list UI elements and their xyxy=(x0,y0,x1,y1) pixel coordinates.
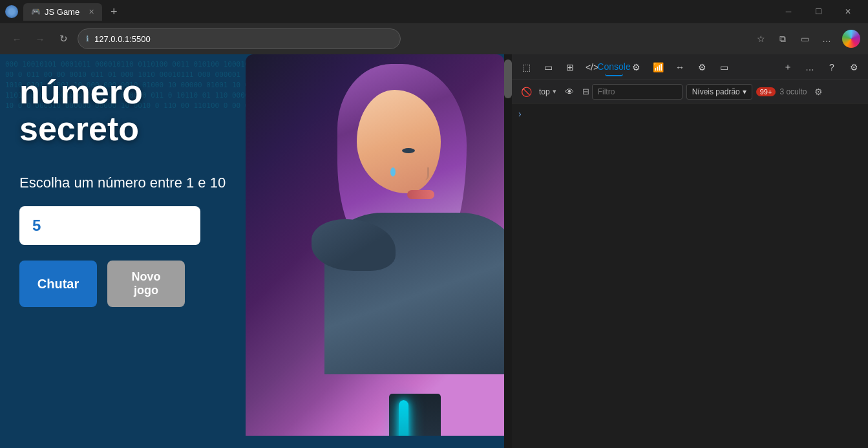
console-prompt-row: › xyxy=(512,103,868,124)
url-text: 127.0.0.1:5500 xyxy=(94,34,392,44)
console-tab-label: Console xyxy=(597,61,630,72)
game-subtitle: Escolha um número entre 1 e 10 xyxy=(19,173,485,193)
armor-detail xyxy=(389,394,441,436)
title-line2: secreto xyxy=(19,111,485,147)
settings-icon[interactable]: … xyxy=(816,28,837,49)
collections-icon[interactable]: ⧉ xyxy=(772,28,793,49)
tab-close-button[interactable]: ✕ xyxy=(89,8,94,16)
close-window-button[interactable]: ✕ xyxy=(833,0,863,23)
forward-button[interactable]: → xyxy=(31,30,49,48)
devtools-arrow-tab[interactable]: ↔ xyxy=(671,58,689,76)
console-chevron[interactable]: › xyxy=(518,109,522,119)
number-input-field[interactable]: 5 xyxy=(19,206,200,245)
devtools-panel: ⬚ ▭ ⊞ </> Console ⚙ 📶 ↔ ⚙ ▭ ＋ … ? ⚙ 🚫 to… xyxy=(512,54,868,448)
reload-button[interactable]: ↻ xyxy=(54,30,72,48)
game-title: número secreto xyxy=(19,74,485,147)
tab-favicon: 🎮 xyxy=(31,7,41,16)
title-bar: 🎮 JS Game ✕ + ─ ☐ ✕ xyxy=(0,0,868,23)
devtools-device-button[interactable]: ▭ xyxy=(539,58,557,76)
back-button[interactable]: ← xyxy=(8,30,26,48)
maximize-button[interactable]: ☐ xyxy=(803,0,833,23)
scrollbar-thumb[interactable] xyxy=(504,59,512,98)
top-selector[interactable]: top ▾ xyxy=(539,87,556,96)
devtools-inspect-button[interactable]: ⬚ xyxy=(517,58,535,76)
devtools-console-bar: 🚫 top ▾ 👁 ⊟ Níveis padrão ▾ 99+ 3 oculto… xyxy=(512,80,868,103)
devtools-toolbar: ⬚ ▭ ⊞ </> Console ⚙ 📶 ↔ ⚙ ▭ ＋ … ? ⚙ xyxy=(512,54,868,80)
console-clear-button[interactable]: 🚫 xyxy=(517,83,535,101)
new-tab-button[interactable]: + xyxy=(105,3,123,21)
browser-toolbar-icons: ☆ ⧉ ▭ … xyxy=(750,28,837,49)
levels-dropdown[interactable]: Níveis padrão ▾ xyxy=(686,84,752,100)
devtools-more-button[interactable]: … xyxy=(801,58,819,76)
console-empty-area xyxy=(512,124,868,448)
url-bar[interactable]: ℹ 127.0.0.1:5500 xyxy=(78,28,401,49)
tab-area: 🎮 JS Game ✕ + xyxy=(23,3,768,21)
browser-icon xyxy=(5,5,18,18)
devtools-gear-tab[interactable]: ⚙ xyxy=(693,58,711,76)
top-label: top xyxy=(539,87,550,96)
favorites-icon[interactable]: ☆ xyxy=(750,28,771,49)
eye-icon-button[interactable]: 👁 xyxy=(560,83,578,101)
devtools-layout-tab[interactable]: ▭ xyxy=(715,58,733,76)
number-value: 5 xyxy=(32,217,41,235)
edge-badge[interactable] xyxy=(842,30,860,48)
window-controls: ─ ☐ ✕ xyxy=(774,0,863,23)
sidebar-icon[interactable]: ▭ xyxy=(794,28,815,49)
devtools-add-tab[interactable]: ＋ xyxy=(779,58,797,76)
devtools-console-tab[interactable]: Console xyxy=(605,58,623,76)
page-scrollbar[interactable] xyxy=(504,54,512,448)
main-area: 000 10010101 0001011 000010110 0110100 0… xyxy=(0,54,868,448)
filter-input[interactable] xyxy=(592,84,683,100)
game-content: número secreto Escolha um número entre 1… xyxy=(0,54,504,326)
levels-label: Níveis padrão xyxy=(692,87,740,96)
filter-area: ⊟ xyxy=(582,84,683,100)
address-bar: ← → ↻ ℹ 127.0.0.1:5500 ☆ ⧉ ▭ … xyxy=(0,23,868,54)
guess-button[interactable]: Chutar xyxy=(19,261,97,307)
devtools-help-button[interactable]: ? xyxy=(823,58,841,76)
hidden-count-label: 3 oculto xyxy=(779,87,807,96)
new-game-button[interactable]: Novojogo xyxy=(107,261,185,307)
buttons-row: Chutar Novojogo xyxy=(19,261,485,307)
lock-icon: ℹ xyxy=(86,34,89,43)
top-dropdown-icon: ▾ xyxy=(553,87,556,96)
tab-label: JS Game xyxy=(45,7,79,17)
console-settings-button[interactable]: ⚙ xyxy=(810,84,826,100)
minimize-button[interactable]: ─ xyxy=(774,0,803,23)
armor-glow xyxy=(399,400,408,436)
devtools-settings-button[interactable]: ⚙ xyxy=(845,58,863,76)
devtools-tuning-tab[interactable]: ⚙ xyxy=(627,58,645,76)
filter-icon: ⊟ xyxy=(582,87,589,96)
devtools-wifi-tab[interactable]: 📶 xyxy=(649,58,667,76)
error-badge: 99+ xyxy=(756,87,776,96)
title-line1: número xyxy=(19,74,485,111)
game-page: 000 10010101 0001011 000010110 0110100 0… xyxy=(0,54,504,448)
devtools-elements-tab[interactable]: ⊞ xyxy=(561,58,579,76)
tab-js-game[interactable]: 🎮 JS Game ✕ xyxy=(23,3,102,21)
devtools-body: › xyxy=(512,103,868,448)
levels-dropdown-icon: ▾ xyxy=(743,87,746,96)
